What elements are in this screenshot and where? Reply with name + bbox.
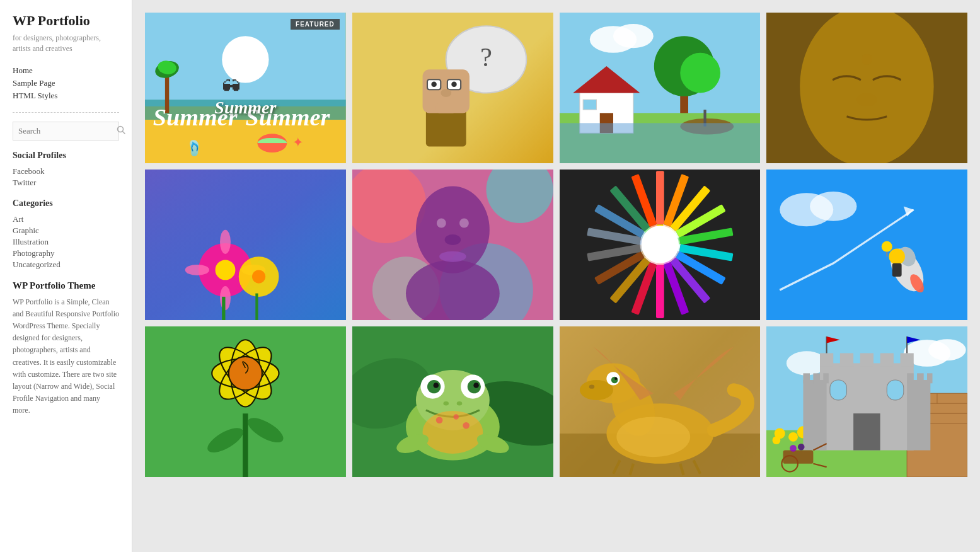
social-profiles-section: Social Profiles Facebook Twitter xyxy=(13,151,119,188)
site-title: WP Portfolio xyxy=(13,13,119,29)
portfolio-image-8 xyxy=(766,170,967,320)
portfolio-item-8[interactable] xyxy=(766,170,967,320)
svg-rect-202 xyxy=(907,380,930,451)
svg-point-149 xyxy=(453,414,459,420)
category-item-uncategorized[interactable]: Uncategorized xyxy=(13,259,119,270)
svg-point-168 xyxy=(928,339,966,360)
category-item-art[interactable]: Art xyxy=(13,214,119,225)
social-link-twitter[interactable]: Twitter xyxy=(13,177,119,188)
svg-rect-203 xyxy=(907,374,914,384)
svg-rect-70 xyxy=(656,171,664,224)
svg-text:Summer: Summer xyxy=(153,104,238,130)
featured-badge: FEATURED xyxy=(291,19,340,30)
portfolio-item-1[interactable]: 🕶 Summer Summer ✦ 🩴 FEATURED xyxy=(145,13,346,163)
svg-point-24 xyxy=(451,81,457,87)
categories-list: Art Graphic Illustration Photography Unc… xyxy=(13,214,119,270)
divider-1 xyxy=(13,112,119,113)
nav-item-sample[interactable]: Sample Page xyxy=(13,77,119,89)
svg-point-52 xyxy=(185,265,209,275)
svg-text:Summer: Summer xyxy=(245,104,330,130)
category-item-photography[interactable]: Photography xyxy=(13,248,119,259)
portfolio-item-6[interactable] xyxy=(352,170,553,320)
social-item-twitter[interactable]: Twitter xyxy=(13,177,119,188)
nav-link-html[interactable]: HTML Styles xyxy=(13,89,119,102)
svg-point-142 xyxy=(473,382,479,388)
search-box[interactable] xyxy=(13,122,119,141)
portfolio-grid: 🕶 Summer Summer ✦ 🩴 FEATURED xyxy=(145,13,967,477)
svg-rect-57 xyxy=(255,294,258,321)
svg-rect-115 xyxy=(892,263,902,277)
nav-link-sample[interactable]: Sample Page xyxy=(13,77,119,89)
svg-rect-198 xyxy=(804,380,827,451)
category-link-art[interactable]: Art xyxy=(13,214,119,225)
svg-point-160 xyxy=(589,385,594,389)
svg-rect-45 xyxy=(766,13,967,163)
svg-point-172 xyxy=(788,432,798,442)
portfolio-item-11[interactable] xyxy=(560,326,761,477)
svg-point-159 xyxy=(614,377,617,380)
svg-text:🕶: 🕶 xyxy=(222,76,241,97)
category-link-graphic[interactable]: Graphic xyxy=(13,225,119,236)
nav-link-home[interactable]: Home xyxy=(13,64,119,77)
svg-point-67 xyxy=(444,234,461,245)
portfolio-item-9[interactable] xyxy=(145,326,346,477)
svg-rect-192 xyxy=(830,380,847,400)
nav-item-home[interactable]: Home xyxy=(13,64,119,77)
category-link-illustration[interactable]: Illustration xyxy=(13,236,119,248)
category-link-photography[interactable]: Photography xyxy=(13,248,119,259)
main-nav: Home Sample Page HTML Styles xyxy=(13,64,119,102)
svg-rect-199 xyxy=(804,374,810,384)
portfolio-image-12 xyxy=(766,326,967,477)
nav-item-html[interactable]: HTML Styles xyxy=(13,89,119,102)
category-link-uncategorized[interactable]: Uncategorized xyxy=(13,259,119,270)
svg-rect-107 xyxy=(766,170,967,320)
svg-point-109 xyxy=(810,192,856,221)
svg-rect-189 xyxy=(880,354,894,367)
portfolio-image-6 xyxy=(352,170,553,320)
portfolio-image-4 xyxy=(766,13,967,163)
categories-title: Categories xyxy=(13,198,119,209)
social-item-facebook[interactable]: Facebook xyxy=(13,166,119,177)
category-item-illustration[interactable]: Illustration xyxy=(13,236,119,248)
svg-point-143 xyxy=(443,401,449,405)
svg-rect-205 xyxy=(927,374,933,384)
svg-rect-191 xyxy=(853,413,880,450)
svg-point-49 xyxy=(216,260,236,280)
svg-rect-204 xyxy=(917,374,924,384)
portfolio-item-12[interactable] xyxy=(766,326,967,477)
svg-rect-26 xyxy=(436,103,456,113)
portfolio-item-5[interactable] xyxy=(145,170,346,320)
portfolio-item-3[interactable] xyxy=(560,13,761,163)
portfolio-item-10[interactable] xyxy=(352,326,553,477)
svg-line-1 xyxy=(123,131,125,134)
svg-text:🩴: 🩴 xyxy=(185,139,204,157)
widget-section: WP Portfolio Theme WP Portfolio is a Sim… xyxy=(13,280,119,417)
svg-rect-88 xyxy=(656,265,664,318)
svg-point-211 xyxy=(798,444,805,451)
portfolio-image-7 xyxy=(560,170,761,320)
portfolio-item-2[interactable]: ? xyxy=(352,13,553,163)
svg-point-145 xyxy=(422,411,483,454)
portfolio-item-7[interactable] xyxy=(560,170,761,320)
svg-point-55 xyxy=(252,270,265,283)
svg-point-141 xyxy=(433,382,439,388)
svg-rect-188 xyxy=(860,354,873,367)
portfolio-image-2: ? xyxy=(352,13,553,163)
portfolio-item-4[interactable] xyxy=(766,13,967,163)
svg-rect-40 xyxy=(560,123,761,163)
svg-rect-201 xyxy=(824,374,829,384)
widget-text: WP Portfolio is a Simple, Clean and Beau… xyxy=(13,296,119,417)
svg-point-29 xyxy=(613,24,654,48)
social-profiles-title: Social Profiles xyxy=(13,151,119,161)
portfolio-image-5 xyxy=(145,170,346,320)
search-icon xyxy=(117,125,125,137)
widget-title: WP Portfolio Theme xyxy=(13,280,119,291)
social-links: Facebook Twitter xyxy=(13,166,119,188)
portfolio-image-11 xyxy=(560,326,761,477)
social-link-facebook[interactable]: Facebook xyxy=(13,166,119,177)
search-input[interactable] xyxy=(18,126,117,136)
svg-point-23 xyxy=(431,81,437,87)
svg-rect-187 xyxy=(840,354,853,367)
category-item-graphic[interactable]: Graphic xyxy=(13,225,119,236)
svg-rect-186 xyxy=(820,354,833,367)
